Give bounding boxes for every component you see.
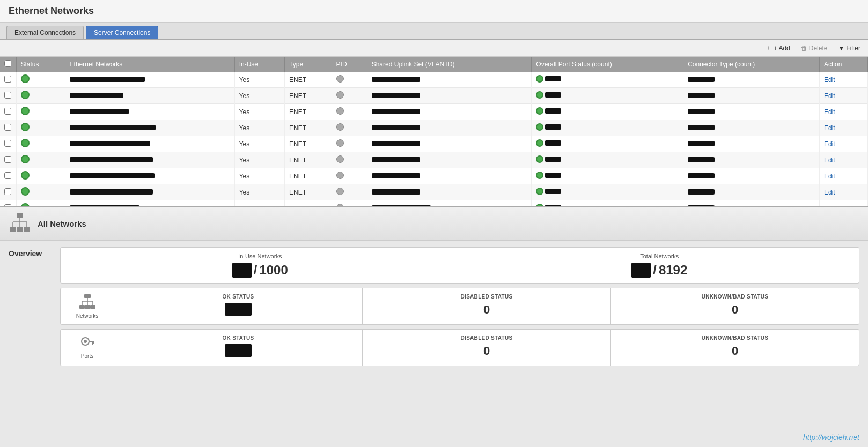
- port-status-cell: [536, 107, 561, 115]
- inuse-cell: Yes: [234, 136, 284, 152]
- col-header-name: Ethernet Networks: [65, 57, 234, 72]
- tabs-bar: External Connections Server Connections: [0, 23, 868, 40]
- in-use-total: 1000: [259, 263, 288, 278]
- ports-unknown-col: UNKNOWN/BAD STATUS 0: [611, 330, 859, 366]
- network-name-redacted: [70, 173, 155, 178]
- port-ok-dot: [536, 107, 543, 115]
- port-ok-dot: [536, 172, 543, 179]
- sus-redacted: [372, 157, 420, 162]
- inuse-cell: Yes: [234, 72, 284, 88]
- row-checkbox[interactable]: [4, 140, 11, 147]
- table-row: NoENETEdit ▼: [0, 200, 868, 207]
- edit-link[interactable]: Edit: [824, 108, 835, 116]
- svg-rect-12: [90, 305, 95, 309]
- type-cell: ENET: [285, 104, 332, 120]
- edit-link[interactable]: Edit: [824, 189, 835, 196]
- status-ok-icon: [21, 123, 30, 131]
- sus-redacted: [372, 109, 420, 114]
- type-cell: ENET: [285, 72, 332, 88]
- networks-table-container: Status Ethernet Networks In-Use Type PID…: [0, 57, 868, 207]
- port-status-cell: [536, 172, 561, 179]
- delete-button[interactable]: 🗑 Delete: [799, 43, 830, 53]
- row-checkbox[interactable]: [4, 124, 11, 131]
- ports-disabled-label: DISABLED STATUS: [371, 335, 602, 341]
- edit-link[interactable]: Edit: [824, 92, 835, 100]
- inuse-cell: Yes: [234, 168, 284, 184]
- total-redacted: [631, 263, 651, 278]
- row-checkbox[interactable]: [4, 108, 11, 115]
- network-name-redacted: [70, 157, 153, 162]
- select-all-checkbox[interactable]: [4, 60, 11, 67]
- port-ok-dot: [536, 123, 543, 131]
- inuse-cell: No: [234, 200, 284, 207]
- total-networks-title: Total Networks: [469, 253, 851, 259]
- col-header-connector: Connector Type (count): [683, 57, 820, 72]
- svg-rect-9: [84, 294, 91, 298]
- tab-external-connections[interactable]: External Connections: [6, 26, 84, 39]
- pid-circle: [336, 123, 344, 131]
- all-networks-header: All Networks: [0, 207, 868, 241]
- port-bar-redacted: [545, 189, 561, 194]
- delete-icon: 🗑: [801, 44, 807, 52]
- edit-link[interactable]: Edit: [824, 124, 835, 132]
- total-networks-value: / 8192: [469, 263, 851, 278]
- type-cell: ENET: [285, 88, 332, 104]
- port-ok-dot: [536, 75, 543, 83]
- ports-status-icon: [80, 336, 95, 351]
- table-row: YesENETEdit: [0, 136, 868, 152]
- col-header-pid: PID: [332, 57, 367, 72]
- port-bar-redacted: [545, 140, 561, 146]
- row-checkbox[interactable]: [4, 156, 11, 163]
- table-row: YesENETEdit: [0, 120, 868, 136]
- connector-bar-redacted: [688, 77, 715, 82]
- sus-redacted: [372, 189, 420, 195]
- edit-link[interactable]: Edit: [824, 157, 835, 164]
- port-status-cell: [536, 139, 561, 147]
- port-status-cell: [536, 123, 561, 131]
- row-checkbox[interactable]: [4, 188, 11, 195]
- port-ok-dot: [536, 91, 543, 99]
- type-cell: ENET: [285, 152, 332, 168]
- network-name-redacted: [70, 141, 150, 146]
- row-checkbox[interactable]: [4, 172, 11, 179]
- ports-status-cols: OK STATUS DISABLED STATUS 0 UNKNOWN/BAD …: [114, 330, 859, 366]
- total-separator: /: [653, 263, 657, 278]
- svg-rect-10: [79, 305, 85, 309]
- ports-icon-label: Ports: [81, 353, 93, 359]
- row-checkbox[interactable]: [4, 92, 11, 99]
- networks-ok-label: OK STATUS: [123, 294, 354, 300]
- table-row: YesENETEdit: [0, 152, 868, 168]
- svg-rect-2: [17, 227, 23, 232]
- table-row: YesENETEdit: [0, 104, 868, 120]
- overview-cards: In-Use Networks / 1000 Total Networks / …: [60, 247, 859, 366]
- networks-unknown-col: UNKNOWN/BAD STATUS 0: [611, 288, 859, 324]
- type-cell: ENET: [285, 200, 332, 207]
- sus-redacted: [372, 173, 420, 178]
- ports-unknown-value: 0: [620, 344, 850, 358]
- col-header-action: Action: [820, 57, 868, 72]
- ports-ok-value: [123, 344, 354, 360]
- tab-server-connections[interactable]: Server Connections: [86, 26, 158, 39]
- port-ok-dot: [536, 188, 543, 195]
- in-use-networks-value: / 1000: [69, 263, 451, 278]
- ports-ok-label: OK STATUS: [123, 335, 354, 341]
- pid-circle: [336, 91, 344, 99]
- sus-redacted: [372, 93, 420, 98]
- row-checkbox[interactable]: [4, 76, 11, 83]
- edit-link[interactable]: Edit: [824, 76, 835, 84]
- networks-ok-col: OK STATUS: [114, 288, 363, 324]
- filter-button[interactable]: ▼ Filter: [836, 43, 863, 53]
- port-status-cell: [536, 155, 561, 163]
- status-ok-icon: [21, 91, 30, 99]
- svg-rect-0: [17, 213, 23, 218]
- edit-link[interactable]: Edit: [824, 173, 835, 180]
- status-ok-icon: [21, 203, 30, 207]
- status-ok-icon: [21, 155, 30, 163]
- port-bar-redacted: [545, 108, 561, 114]
- port-ok-dot: [536, 155, 543, 163]
- add-button[interactable]: ＋ + Add: [763, 42, 792, 54]
- status-ok-icon: [21, 107, 30, 115]
- edit-link[interactable]: Edit: [824, 140, 835, 148]
- port-bar-redacted: [545, 173, 561, 178]
- filter-label: Filter: [846, 44, 860, 52]
